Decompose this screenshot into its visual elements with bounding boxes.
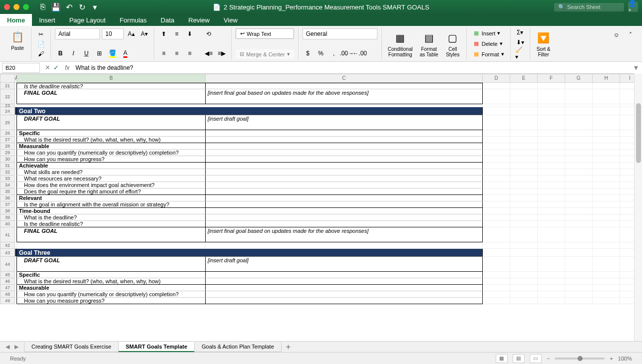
cell-H-22[interactable] [593, 89, 620, 104]
row-header-49[interactable]: 49 [0, 298, 15, 304]
cell-D-48[interactable] [483, 291, 510, 298]
row-header-35[interactable]: 35 [0, 188, 15, 195]
redo-icon[interactable]: ↻ [78, 3, 86, 11]
zoom-in-button[interactable]: + [610, 356, 613, 362]
cell-G-46[interactable] [565, 278, 593, 285]
cell-b-25[interactable]: DRAFT GOAL [17, 115, 206, 130]
cell-H-34[interactable] [593, 182, 620, 188]
cell-c-30[interactable] [206, 156, 483, 163]
cell-H-45[interactable] [593, 272, 620, 278]
cell-E-49[interactable] [510, 298, 538, 304]
number-format-select[interactable] [303, 28, 377, 39]
row-header-21[interactable]: 21 [0, 83, 15, 89]
cell-H-49[interactable] [593, 298, 620, 304]
cell-G-47[interactable] [565, 285, 593, 291]
cell-D-47[interactable] [483, 285, 510, 291]
align-right-button[interactable]: ≡ [184, 48, 195, 59]
sheet-tab-1[interactable]: SMART Goals Template [118, 342, 195, 352]
decrease-decimal-button[interactable]: ←.00 [354, 48, 365, 59]
cell-E-46[interactable] [510, 278, 538, 285]
cell-H-29[interactable] [593, 150, 620, 156]
row-header-41[interactable]: 41 [0, 227, 15, 242]
cell-G-25[interactable] [565, 115, 593, 130]
close-window-button[interactable] [4, 4, 10, 10]
cell-c-45[interactable] [206, 272, 483, 278]
cell-F-48[interactable] [538, 291, 565, 298]
column-header-D[interactable]: D [483, 74, 510, 83]
cell-G-30[interactable] [565, 156, 593, 163]
cell-G-35[interactable] [565, 188, 593, 195]
cell-G-31[interactable] [565, 163, 593, 169]
cell-F-30[interactable] [538, 156, 565, 163]
increase-indent-button[interactable]: ≡▶ [216, 48, 227, 59]
cell-styles-button[interactable]: ▢ Cell Styles [443, 29, 462, 58]
copy-button[interactable]: 📄 [35, 39, 46, 49]
fill-color-button[interactable]: 🪣 [107, 48, 118, 59]
qat-dropdown-icon[interactable]: ▾ [91, 3, 99, 11]
row-header-37[interactable]: 37 [0, 201, 15, 208]
cell-E-44[interactable] [510, 257, 538, 272]
align-center-button[interactable]: ≡ [171, 48, 182, 59]
conditional-formatting-button[interactable]: ▦ Conditional Formatting [386, 29, 415, 58]
cell-H-44[interactable] [593, 257, 620, 272]
cell-H-47[interactable] [593, 285, 620, 291]
cell-b-21[interactable]: Is the deadline realistic? [17, 83, 206, 89]
cell-F-44[interactable] [538, 257, 565, 272]
row-header-27[interactable]: 27 [0, 137, 15, 143]
cell-H-26[interactable] [593, 130, 620, 137]
cell-F-26[interactable] [538, 130, 565, 137]
border-button[interactable]: ⊞ [94, 48, 105, 59]
cell-F-28[interactable] [538, 143, 565, 150]
cell-b-36[interactable]: Relevant [17, 195, 206, 201]
row-header-45[interactable]: 45 [0, 272, 15, 278]
cell-F-43[interactable] [538, 249, 565, 257]
cell-H-32[interactable] [593, 169, 620, 176]
row-header-32[interactable]: 32 [0, 169, 15, 176]
cell-D-25[interactable] [483, 115, 510, 130]
cell-E-30[interactable] [510, 156, 538, 163]
cell-E-34[interactable] [510, 182, 538, 188]
cell-D-49[interactable] [483, 298, 510, 304]
sheet-tab-0[interactable]: Creating SMART Goals Exercise [24, 342, 119, 352]
row-header-36[interactable]: 36 [0, 195, 15, 201]
tab-insert[interactable]: Insert [32, 14, 62, 26]
page-layout-view-button[interactable]: ▤ [513, 354, 525, 363]
format-as-table-button[interactable]: ▤ Format as Table [418, 29, 440, 58]
cell-F-24[interactable] [538, 107, 565, 115]
cell-F-25[interactable] [538, 115, 565, 130]
cell-E-27[interactable] [510, 137, 538, 143]
cell-b-38[interactable]: Time-bound [17, 208, 206, 214]
cell-F-41[interactable] [538, 227, 565, 242]
tab-review[interactable]: Review [181, 14, 217, 26]
cell-D-31[interactable] [483, 163, 510, 169]
cell-c-29[interactable] [206, 150, 483, 156]
cell-c-41[interactable]: [insert final goal based on updates made… [206, 227, 483, 242]
cell-G-43[interactable] [565, 249, 593, 257]
cell-c-36[interactable] [206, 195, 483, 201]
cell-D-36[interactable] [483, 195, 510, 201]
column-header-E[interactable]: E [510, 74, 538, 83]
cell-b-31[interactable]: Achievable [17, 163, 206, 169]
cell-H-42[interactable] [593, 242, 620, 249]
column-header-H[interactable]: H [593, 74, 620, 83]
cell-H-21[interactable] [593, 83, 620, 89]
cell-G-26[interactable] [565, 130, 593, 137]
cell-G-37[interactable] [565, 201, 593, 208]
cell-E-47[interactable] [510, 285, 538, 291]
maximize-window-button[interactable] [23, 4, 29, 10]
cell-E-39[interactable] [510, 214, 538, 221]
cell-F-49[interactable] [538, 298, 565, 304]
cell-H-41[interactable] [593, 227, 620, 242]
cell-c-25[interactable]: [insert draft goal] [206, 115, 483, 130]
share-button[interactable]: 👤⁺ [628, 2, 638, 12]
cell-D-21[interactable] [483, 83, 510, 89]
row-header-22[interactable]: 22 [0, 89, 15, 104]
search-sheet-input[interactable]: 🔍 Search Sheet [554, 3, 624, 11]
column-header-B[interactable]: B [17, 74, 206, 83]
cut-button[interactable]: ✂ [35, 29, 46, 39]
zoom-slider[interactable] [555, 358, 605, 360]
cell-F-22[interactable] [538, 89, 565, 104]
cell-H-27[interactable] [593, 137, 620, 143]
cell-b-44[interactable]: DRAFT GOAL [17, 257, 206, 272]
cell-c-47[interactable] [206, 285, 483, 291]
